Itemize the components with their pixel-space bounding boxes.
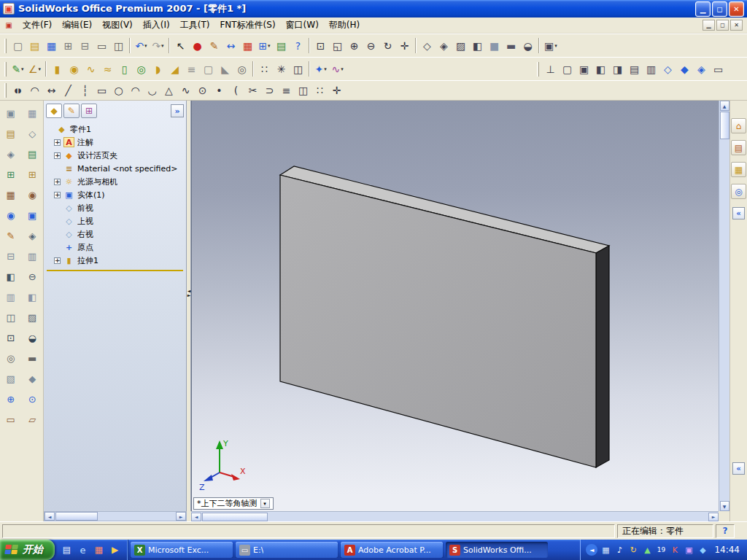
grid-button[interactable]: ⊞▾ — [256, 37, 273, 54]
tree-item-1[interactable]: +A注解 — [53, 136, 185, 149]
docked-tool-button-2[interactable]: ▤ — [2, 125, 20, 142]
corner-rectangle-button[interactable]: ▭ — [93, 82, 110, 99]
featuremanager-tab[interactable]: ◆ — [46, 104, 62, 118]
save-button[interactable]: ▦ — [43, 37, 60, 54]
tree-item-5[interactable]: +▣实体(1) — [53, 188, 185, 201]
media-player-icon[interactable]: ▶ — [108, 543, 122, 557]
task-pane-expand-button[interactable]: « — [732, 462, 745, 475]
docked-tool-button-20[interactable]: ⊞ — [23, 166, 41, 183]
line-button[interactable]: ╱ — [60, 82, 77, 99]
revolved-cut-button[interactable]: ◎ — [133, 61, 150, 77]
dimetric-view-button[interactable]: ◈ — [693, 61, 710, 77]
sketch-fillet-button[interactable]: ( — [228, 82, 244, 99]
rotate-view-button[interactable]: ↻ — [379, 37, 396, 54]
straight-slot-button[interactable]: ◖◗ — [9, 82, 26, 99]
menu-item-2[interactable]: 编辑(E) — [57, 17, 97, 34]
docked-tool-button-14[interactable]: ▧ — [2, 370, 20, 387]
fillet-button[interactable]: ◗ — [150, 61, 166, 77]
tray-antivirus-icon[interactable]: ▲ — [641, 544, 653, 556]
menu-item-5[interactable]: 工具(T) — [175, 17, 215, 34]
docked-tool-button-26[interactable]: ◧ — [23, 288, 41, 306]
scroll-right-button[interactable]: ► — [176, 512, 186, 521]
docked-tool-button-29[interactable]: ▬ — [23, 349, 41, 367]
isometric-view-button[interactable]: ◇ — [659, 61, 676, 77]
tray-date-icon[interactable]: 19 — [655, 544, 667, 556]
shell-button[interactable]: ▢ — [200, 61, 217, 77]
mdi-close-button[interactable]: ✕ — [730, 20, 743, 31]
docked-tool-button-23[interactable]: ◈ — [23, 227, 41, 244]
redo-button[interactable]: ↷▾ — [150, 37, 166, 54]
record-macro-button[interactable]: ● — [189, 37, 206, 54]
docked-tool-button-1[interactable]: ▣ — [2, 104, 20, 122]
bottom-view-button[interactable]: ▥ — [643, 61, 659, 77]
docked-tool-button-24[interactable]: ▥ — [23, 247, 41, 265]
docked-tool-button-12[interactable]: ⊡ — [2, 329, 20, 346]
tree-item-3[interactable]: ≡Material <not specified> — [53, 162, 185, 175]
toolbar-grip[interactable] — [4, 83, 7, 98]
extruded-cut-button[interactable]: ▯ — [116, 61, 133, 77]
dimension-button[interactable]: ↔ — [222, 37, 239, 54]
tree-root-item[interactable]: ◆ 零件1 — [45, 122, 185, 136]
docked-tool-button-8[interactable]: ⊟ — [2, 247, 20, 265]
dropdown-arrow-icon[interactable]: ▾ — [554, 43, 557, 49]
tree-item-7[interactable]: ◇上视 — [53, 214, 185, 228]
docked-tool-button-11[interactable]: ◫ — [2, 308, 20, 326]
scroll-up-button[interactable]: ▲ — [720, 101, 729, 111]
swept-boss-button[interactable]: ∿ — [82, 61, 99, 77]
hole-wizard-button[interactable]: ◎ — [233, 61, 250, 77]
arc-slot-button[interactable]: ◠ — [26, 82, 43, 99]
docked-tool-button-25[interactable]: ⊖ — [23, 268, 41, 285]
document-icon[interactable]: ▣ — [3, 20, 15, 31]
dropdown-arrow-icon[interactable]: ▾ — [324, 66, 327, 72]
smart-dimension-button[interactable]: ↔ — [43, 82, 60, 99]
tree-item-2[interactable]: +◆设计活页夹 — [53, 149, 185, 162]
part-front-face[interactable] — [280, 175, 596, 467]
tray-messenger-icon[interactable]: ◆ — [697, 544, 708, 556]
part-canvas[interactable]: Y X Z — [192, 101, 719, 511]
dropdown-arrow-icon[interactable]: ▾ — [39, 66, 42, 72]
wireframe-button[interactable]: ◇ — [419, 37, 436, 54]
quick-launch-app-icon[interactable]: ▦ — [92, 543, 106, 557]
undo-button[interactable]: ↶▾ — [133, 37, 150, 54]
pan-button[interactable]: ✛ — [396, 37, 413, 54]
minimize-button[interactable]: ▁ — [695, 1, 711, 17]
menu-item-7[interactable]: 窗口(W) — [281, 17, 324, 34]
docked-tool-button-17[interactable]: ▦ — [23, 104, 41, 122]
scrollbar-thumb[interactable] — [720, 112, 729, 139]
app-icon[interactable]: ▣ — [3, 3, 15, 15]
tray-update-icon[interactable]: ↻ — [627, 544, 639, 556]
circle-button[interactable]: ○ — [110, 82, 127, 99]
print-button[interactable]: ▭ — [93, 37, 110, 54]
scroll-right-button[interactable]: ► — [708, 513, 719, 521]
sketch-flyout-button[interactable]: ✎▾ — [9, 61, 26, 77]
expand-toggle-icon[interactable]: + — [54, 257, 61, 264]
lofted-boss-button[interactable]: ≈ — [99, 61, 116, 77]
file-explorer-tab[interactable]: ▦ — [731, 162, 746, 177]
sketch-toggle-button[interactable]: ✎ — [206, 37, 222, 54]
view-orientation-button[interactable]: ▣▾ — [542, 37, 560, 54]
normal-to-view-button[interactable]: ⊥ — [542, 61, 559, 77]
task-e-drive[interactable]: ▭E:\ — [236, 542, 338, 558]
curves-button[interactable]: ∿▾ — [329, 61, 346, 77]
zoom-to-fit-button[interactable]: ⊡ — [312, 37, 329, 54]
menu-item-4[interactable]: 插入(I) — [138, 17, 175, 34]
menu-item-1[interactable]: 文件(F) — [18, 17, 57, 34]
restore-button[interactable]: ◻ — [712, 1, 727, 17]
trim-entities-button[interactable]: ✂ — [244, 82, 261, 99]
extruded-boss-button[interactable]: ▮ — [49, 61, 66, 77]
start-button[interactable]: 开始 — [0, 540, 55, 560]
zoom-in-out-button[interactable]: ⊕ — [346, 37, 363, 54]
dropdown-arrow-icon[interactable]: ▾ — [144, 43, 147, 49]
tree-item-8[interactable]: ◇右视 — [53, 228, 185, 241]
menu-item-3[interactable]: 视图(V) — [97, 17, 138, 34]
search-tab[interactable]: ◎ — [731, 184, 746, 199]
expand-toggle-icon[interactable]: + — [54, 139, 61, 146]
tray-app-icon[interactable]: ▣ — [683, 544, 694, 556]
linear-sketch-pattern-button[interactable]: ∷ — [311, 82, 328, 99]
open-document-button[interactable]: ▤ — [26, 37, 43, 54]
left-view-button[interactable]: ◧ — [592, 61, 609, 77]
design-library-tab[interactable]: ▤ — [731, 140, 746, 155]
reference-geometry-button[interactable]: ✦▾ — [312, 61, 329, 77]
close-button[interactable]: ✕ — [729, 1, 744, 17]
task-pane-collapse-button[interactable]: « — [732, 207, 745, 219]
